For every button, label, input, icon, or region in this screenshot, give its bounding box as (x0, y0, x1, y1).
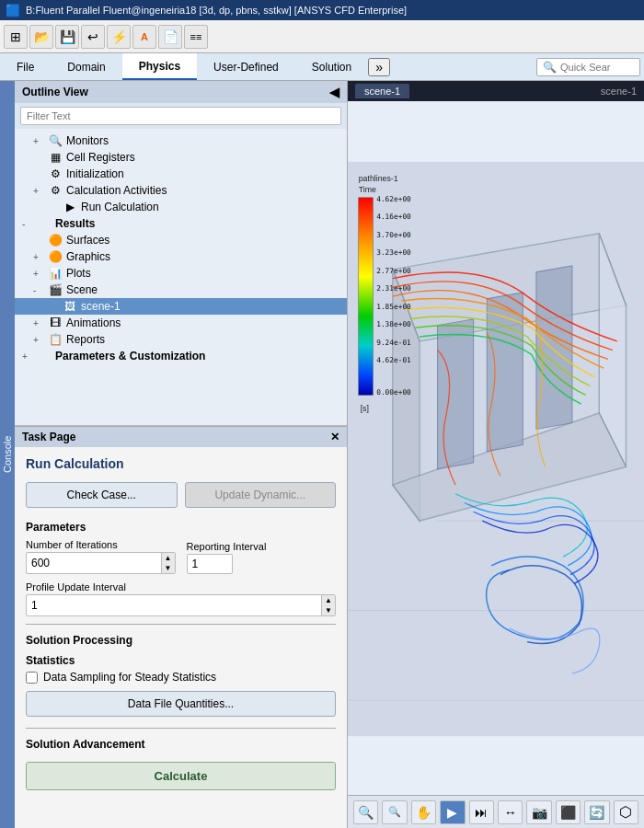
tree-item-5[interactable]: -Results (15, 215, 347, 232)
profile-wrap: ▲ ▼ (26, 594, 336, 616)
viewport-header: scene-1 scene-1 (348, 81, 644, 101)
tree-item-10[interactable]: 🖼scene-1 (15, 298, 347, 315)
pan-btn[interactable]: ✋ (411, 800, 436, 824)
zoom-out-btn[interactable]: 🔍 (382, 800, 407, 824)
num-iter-group: Number of Iterations ▲ ▼ (26, 539, 176, 574)
profile-up[interactable]: ▲ (322, 595, 335, 605)
title-bar: 🟦 B:Fluent Parallel Fluent@ingeneiria18 … (0, 0, 644, 20)
tree-icon-12: 📋 (48, 333, 63, 346)
expander-7: + (33, 252, 44, 262)
play-btn[interactable]: ▶ (440, 800, 465, 824)
num-iter-down[interactable]: ▼ (162, 563, 175, 573)
scene-btn[interactable]: ⬛ (556, 800, 581, 824)
reporting-input[interactable] (187, 554, 233, 574)
num-iter-input[interactable] (27, 554, 161, 572)
tree-label-0: Monitors (66, 134, 109, 147)
task-header-close[interactable]: ✕ (330, 431, 339, 443)
tree-item-0[interactable]: +🔍Monitors (15, 132, 347, 149)
tree-item-4[interactable]: ▶Run Calculation (15, 199, 347, 215)
divider-1 (26, 624, 336, 625)
tb-run-btn[interactable]: ⚡ (107, 25, 131, 49)
tree-item-2[interactable]: ⚙Initialization (15, 166, 347, 182)
task-header-label: Task Page (22, 431, 75, 443)
svg-text:1.85e+00: 1.85e+00 (376, 303, 411, 311)
outline-collapse-btn[interactable]: ◀ (329, 85, 339, 99)
tree-label-7: Graphics (66, 250, 110, 263)
camera-btn[interactable]: 📷 (526, 800, 551, 824)
num-iter-spinners: ▲ ▼ (161, 553, 175, 573)
tree-icon-10: 🖼 (63, 300, 77, 313)
tree-item-9[interactable]: -🎬Scene (15, 282, 347, 298)
menu-domain[interactable]: Domain (51, 53, 121, 80)
reporting-label: Reporting Interval (187, 541, 337, 552)
tb-save-btn[interactable]: 💾 (55, 25, 79, 49)
title-text: B:Fluent Parallel Fluent@ingeneiria18 [3… (26, 5, 407, 16)
data-file-btn[interactable]: Data File Quantities... (26, 691, 336, 717)
tree-item-8[interactable]: +📊Plots (15, 265, 347, 282)
expander-8: + (33, 269, 44, 279)
tree-label-12: Reports (66, 333, 105, 346)
tree-label-13: Parameters & Customization (55, 350, 205, 362)
tree-icon-11: 🎞 (48, 316, 63, 329)
tree-item-6[interactable]: 🟠Surfaces (15, 232, 347, 248)
update-dynamic-btn[interactable]: Update Dynamic... (185, 482, 337, 508)
task-header: Task Page ✕ (15, 426, 347, 447)
tb-open-btn[interactable]: 📂 (29, 25, 53, 49)
expander-13: + (22, 351, 33, 362)
profile-input[interactable] (27, 596, 321, 615)
console-sidebar[interactable]: Console (0, 81, 15, 828)
viewport-tab-label-right: scene-1 (601, 86, 637, 97)
tree-item-7[interactable]: +🟠Graphics (15, 248, 347, 265)
num-iter-up[interactable]: ▲ (162, 553, 175, 563)
param-row-iters: Number of Iterations ▲ ▼ Reporting Inter… (26, 539, 336, 574)
tree-item-3[interactable]: +⚙Calculation Activities (15, 182, 347, 199)
tree-item-13[interactable]: +Parameters & Customization (15, 348, 347, 364)
profile-label: Profile Update Interval (26, 581, 336, 592)
tree-label-9: Scene (66, 283, 98, 296)
tree-label-8: Plots (66, 267, 91, 280)
tb-ansys-btn[interactable]: A (132, 25, 156, 49)
next-btn[interactable]: ⏭ (469, 800, 494, 824)
search-input[interactable] (560, 62, 634, 73)
task-content: Run Calculation Check Case... Update Dyn… (15, 447, 347, 828)
svg-text:4.62e-01: 4.62e-01 (376, 356, 411, 364)
expander-9: - (33, 285, 44, 295)
svg-text:[s]: [s] (361, 404, 369, 413)
tb-undo-btn[interactable]: ↩ (81, 25, 105, 49)
menu-more-btn[interactable]: » (368, 58, 390, 76)
tree-icon-5 (37, 217, 52, 230)
expander-3: + (33, 186, 44, 196)
viewport-bottom-toolbar: 🔍 🔍 ✋ ▶ ⏭ ↔ 📷 ⬛ 🔄 ⬡ (348, 795, 644, 828)
zoom-in-btn[interactable]: 🔍 (353, 800, 378, 824)
tree-icon-7: 🟠 (48, 250, 63, 263)
tree-item-12[interactable]: +📋Reports (15, 331, 347, 348)
svg-rect-8 (438, 319, 474, 469)
menu-file[interactable]: File (0, 53, 51, 80)
calculate-btn[interactable]: Calculate (26, 762, 336, 790)
svg-text:3.70e+00: 3.70e+00 (376, 231, 411, 239)
tree-icon-6: 🟠 (48, 234, 63, 247)
filter-box (15, 103, 347, 129)
menu-solution[interactable]: Solution (295, 53, 368, 80)
tb-grid-btn[interactable]: ⊞ (4, 25, 28, 49)
menu-user-defined[interactable]: User-Defined (197, 53, 295, 80)
data-sampling-label: Data Sampling for Steady Statistics (43, 671, 216, 684)
check-case-btn[interactable]: Check Case... (26, 482, 178, 508)
tb-menu-btn[interactable]: ≡≡ (184, 25, 208, 49)
tree-item-11[interactable]: +🎞Animations (15, 315, 347, 331)
param-row-profile: Profile Update Interval ▲ ▼ (26, 581, 336, 616)
tb-doc-btn[interactable]: 📄 (158, 25, 182, 49)
cube-btn[interactable]: ⬡ (614, 800, 638, 824)
tree-label-4: Run Calculation (81, 201, 159, 213)
fit-btn[interactable]: ↔ (498, 800, 523, 824)
viewport-tab[interactable]: scene-1 (355, 84, 409, 98)
tree-icon-8: 📊 (48, 267, 63, 280)
profile-down[interactable]: ▼ (322, 605, 335, 615)
profile-spinners: ▲ ▼ (321, 595, 335, 615)
data-sampling-checkbox[interactable] (26, 672, 38, 684)
tree-icon-3: ⚙ (48, 184, 63, 197)
menu-physics[interactable]: Physics (122, 53, 197, 80)
tree-item-1[interactable]: ▦Cell Registers (15, 149, 347, 166)
filter-input[interactable] (20, 107, 341, 125)
rotate-btn[interactable]: 🔄 (584, 800, 609, 824)
